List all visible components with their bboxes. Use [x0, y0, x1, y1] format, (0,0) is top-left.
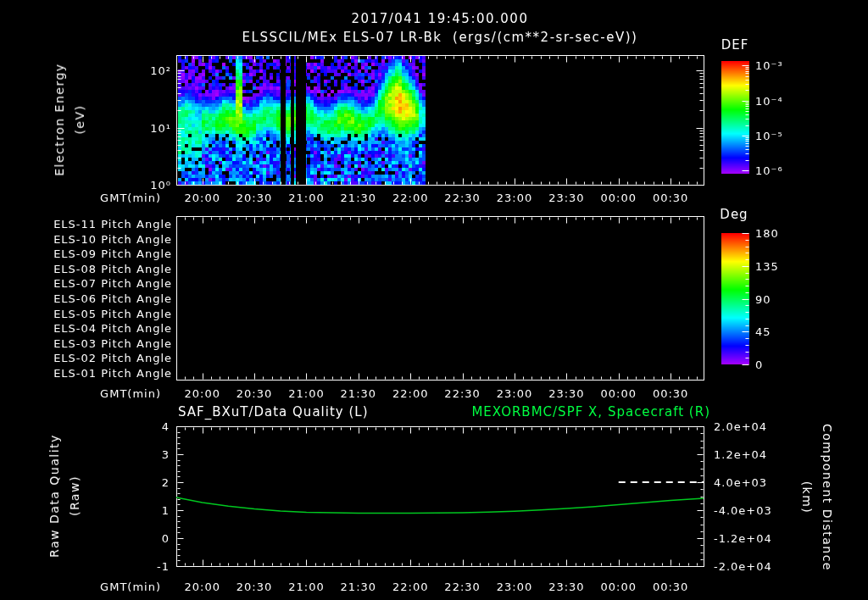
quality-tick-label: 0 [162, 532, 170, 545]
time-tick-label: 20:30 [236, 192, 272, 204]
timeseries-right-y-axis-label: Component Distance (km) [797, 424, 837, 571]
x-axis-label-gmt-top: GMT(min) [100, 192, 161, 204]
time-tick-label: 23:00 [497, 387, 532, 400]
spectrogram-y-axis-label: Electron Energy (eV) [49, 63, 90, 175]
quality-tick-label: 4 [162, 420, 170, 433]
distance-tick-label: 2.0e+04 [714, 420, 767, 433]
deg-colorbar-tick-label: 135 [755, 259, 779, 272]
time-tick-label: 00:00 [601, 387, 637, 400]
plot-time-title: 2017/041 19:45:00.000 [352, 11, 529, 26]
axis-label-line: Raw Data Quality [44, 434, 64, 558]
axis-label-line: (Raw) [64, 434, 85, 558]
time-tick-label: 22:00 [392, 581, 428, 593]
time-tick-label: 20:30 [236, 387, 272, 400]
pitch-angle-row-label: ELS-09 Pitch Angle [53, 247, 172, 260]
energy-tick-label: 10⁰ [150, 179, 171, 192]
time-tick-label: 21:00 [288, 581, 324, 593]
time-tick-label: 00:30 [653, 387, 688, 400]
time-tick-label: 23:00 [497, 581, 532, 593]
time-tick-label: 21:30 [341, 387, 376, 400]
energy-tick-label: 10¹ [150, 121, 171, 134]
time-tick-label: 23:00 [497, 192, 532, 204]
pitch-angle-row-label: ELS-11 Pitch Angle [53, 218, 172, 231]
axis-label-line: Component Distance [817, 424, 837, 571]
time-tick-label: 23:30 [548, 387, 584, 400]
time-tick-label: 22:00 [392, 192, 428, 204]
energy-tick-label: 10² [150, 64, 171, 77]
plot-dataset-title: ELSSCIL/MEx ELS-07 LR-Bk (ergs/(cm**2-sr… [242, 30, 638, 45]
pitch-angle-row-label: ELS-04 Pitch Angle [53, 322, 172, 335]
timeseries-left-y-axis-label: Raw Data Quality (Raw) [44, 434, 85, 558]
time-tick-label: 21:00 [288, 387, 324, 400]
time-tick-label: 21:30 [341, 192, 376, 204]
colorbar-deg-title: Deg [720, 207, 748, 222]
def-colorbar-tick-label: 10⁻³ [755, 59, 783, 72]
axis-label-line: Electron Energy [49, 63, 70, 175]
def-colorbar-tick-label: 10⁻⁴ [755, 95, 783, 108]
pitch-angle-row-label: ELS-08 Pitch Angle [53, 262, 172, 275]
def-colorbar-tick-label: 10⁻⁵ [755, 130, 783, 142]
colorbar-def-title: DEF [721, 37, 749, 53]
x-axis-label-gmt-bottom: GMT(min) [100, 581, 161, 593]
distance-tick-label: 4.0e+03 [714, 476, 767, 489]
time-tick-label: 20:00 [184, 581, 220, 593]
time-tick-label: 22:30 [444, 387, 480, 400]
time-tick-label: 20:00 [184, 192, 220, 204]
timeseries-left-title: SAF_BXuT/Data Quality (L) [178, 404, 369, 419]
time-tick-label: 20:00 [184, 387, 220, 400]
quality-tick-label: 2 [162, 476, 170, 489]
pitch-angle-row-label: ELS-10 Pitch Angle [53, 232, 172, 245]
distance-tick-label: 1.2e+04 [714, 448, 767, 461]
time-tick-label: 21:30 [341, 581, 376, 593]
quality-tick-label: 3 [162, 448, 170, 461]
science-plot-page: 2017/041 19:45:00.000 ELSSCIL/MEx ELS-07… [0, 0, 868, 600]
time-tick-label: 00:30 [653, 192, 688, 204]
time-tick-label: 00:30 [653, 581, 688, 593]
time-tick-label: 21:00 [288, 192, 324, 204]
time-tick-label: 00:00 [601, 192, 637, 204]
time-tick-label: 23:30 [548, 192, 584, 204]
deg-colorbar-tick-label: 45 [755, 325, 771, 338]
deg-colorbar-tick-label: 180 [755, 227, 779, 240]
pitch-angle-row-label: ELS-06 Pitch Angle [53, 292, 172, 305]
timeseries-right-title: MEXORBMC/SPF X, Spacecraft (R) [471, 404, 710, 419]
deg-colorbar-tick-label: 0 [755, 358, 763, 371]
time-tick-label: 22:00 [392, 387, 428, 400]
time-tick-label: 00:00 [601, 581, 637, 593]
pitch-angle-row-label: ELS-03 Pitch Angle [53, 336, 172, 349]
axis-label-line: (km) [797, 424, 817, 571]
pitch-angle-row-label: ELS-07 Pitch Angle [53, 277, 172, 290]
pitch-angle-row-label: ELS-02 Pitch Angle [53, 352, 172, 364]
distance-tick-label: -2.0e+04 [714, 560, 772, 573]
time-tick-label: 20:30 [236, 581, 272, 593]
x-axis-label-gmt-middle: GMT(min) [100, 387, 161, 400]
axis-label-line: (eV) [70, 63, 90, 175]
deg-colorbar-tick-label: 90 [755, 292, 771, 305]
pitch-angle-row-label: ELS-05 Pitch Angle [53, 307, 172, 319]
time-tick-label: 22:30 [444, 192, 480, 204]
quality-tick-label: -1 [157, 560, 170, 573]
distance-tick-label: -1.2e+04 [714, 532, 772, 545]
time-tick-label: 23:30 [548, 581, 584, 593]
time-tick-label: 22:30 [444, 581, 480, 593]
def-colorbar-tick-label: 10⁻⁶ [755, 164, 783, 177]
quality-tick-label: 1 [162, 504, 170, 517]
distance-tick-label: -4.0e+03 [714, 504, 772, 517]
pitch-angle-row-label: ELS-01 Pitch Angle [53, 367, 172, 380]
